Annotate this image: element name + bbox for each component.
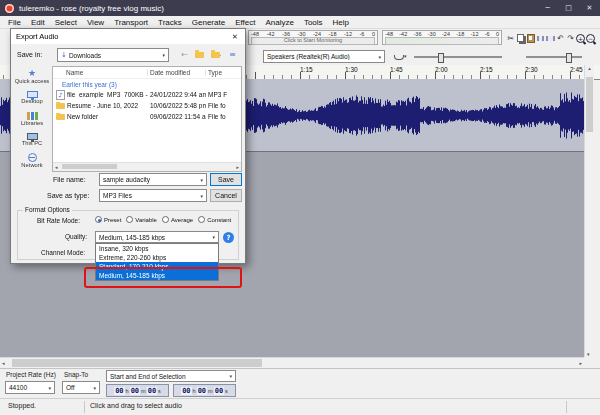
back-button[interactable]: ← [177, 48, 192, 61]
menu-item[interactable]: File [3, 18, 26, 27]
format-options-label: Format Options [23, 206, 72, 213]
column-date-modified[interactable]: Date modified [148, 69, 206, 76]
save-as-type-select[interactable]: MP3 Files▾ [99, 189, 207, 202]
mic-chevron-icon[interactable]: ▾ [404, 53, 407, 59]
menu-item[interactable]: Select [50, 18, 82, 27]
quality-option[interactable]: Standard, 170-210 kbps [96, 262, 218, 271]
radio-variable[interactable]: Variable [126, 216, 157, 223]
recording-meter[interactable]: -48-42-36-30-24-18-12-60 Click to Start … [248, 30, 378, 45]
redo-icon[interactable]: ↷ [566, 31, 575, 45]
bit-rate-mode-label: Bit Rate Mode: [37, 217, 80, 224]
channel-mode-label: Channel Mode: [41, 249, 85, 256]
place-network[interactable]: Network [14, 150, 50, 171]
view-menu-button[interactable]: ≡ [225, 48, 240, 61]
chevron-down-icon: ▾ [212, 234, 215, 240]
project-rate-select[interactable]: 44100▾ [5, 381, 55, 394]
radio-preset[interactable]: Preset [95, 216, 121, 223]
horizontal-scroll-thumb[interactable] [12, 359, 262, 367]
chevron-down-icon: ▾ [93, 385, 96, 391]
computer-icon [27, 133, 38, 140]
trim-audio-icon[interactable] [536, 31, 545, 45]
column-name[interactable]: Name [53, 69, 148, 76]
save-in-label: Save in: [17, 51, 42, 58]
snap-to-label: Snap-To [64, 371, 88, 378]
column-type[interactable]: Type [206, 69, 241, 76]
save-button[interactable]: Save [210, 173, 242, 186]
place-this-pc[interactable]: This PC [14, 129, 50, 150]
snap-to-select[interactable]: Off▾ [62, 381, 100, 394]
place-quick-access[interactable]: ★ Quick access [14, 66, 50, 87]
cut-icon[interactable]: ✂ [506, 31, 515, 45]
star-icon: ★ [28, 69, 36, 78]
close-button[interactable]: ✕ [579, 0, 600, 16]
menu-item[interactable]: View [82, 18, 109, 27]
place-libraries[interactable]: Libraries [14, 108, 50, 129]
save-in-select[interactable]: ↓ Downloads ▾ [57, 48, 169, 62]
folder-icon [56, 103, 65, 109]
menu-item[interactable]: Analyze [260, 18, 298, 27]
up-one-level-button[interactable]: ↑ [193, 48, 208, 61]
paste-icon[interactable] [526, 31, 535, 45]
menu-item[interactable]: Edit [26, 18, 50, 27]
quality-select[interactable]: Medium, 145-185 kbps ▾ [95, 231, 219, 243]
radio-average[interactable]: Average [162, 216, 193, 223]
quality-option[interactable]: Medium, 145-185 kbps [96, 271, 218, 280]
quality-option[interactable]: Insane, 320 kbps [96, 244, 218, 253]
playback-meter[interactable]: -48-42-36-30-24-18-12-60 [382, 30, 502, 45]
scroll-left-icon: ◂ [55, 164, 58, 170]
bit-rate-mode-options: Preset Variable Average Constant [95, 216, 231, 223]
quality-label: Quality: [65, 233, 87, 240]
menu-item[interactable]: Generate [187, 18, 230, 27]
file-row[interactable]: New folder 09/06/2022 11:54 am File fo [53, 111, 241, 122]
dialog-close-icon[interactable]: ✕ [225, 29, 245, 44]
selection-end-field[interactable]: 00h 00m 00s [173, 384, 236, 397]
timeline-label: 2:45 [570, 66, 583, 73]
vertical-scroll-thumb[interactable] [586, 77, 593, 132]
recording-volume-slider[interactable] [414, 56, 502, 58]
project-rate-label: Project Rate (Hz) [6, 371, 56, 378]
file-group-header[interactable]: Earlier this year (3) [53, 79, 241, 89]
file-list-scrollbar[interactable]: ◂ ▸ [53, 162, 241, 171]
new-folder-button[interactable]: + [209, 48, 224, 61]
radio-constant[interactable]: Constant [198, 216, 231, 223]
vertical-scrollbar[interactable]: ▴ ▾ [584, 65, 594, 357]
selection-mode-select[interactable]: Start and End of Selection ▾ [106, 370, 236, 382]
mp3-file-icon: ♪ [56, 90, 65, 100]
scroll-right-icon: ▸ [579, 360, 582, 366]
cancel-button[interactable]: Cancel [210, 189, 242, 202]
file-row[interactable]: Resume - June 10, 2022 10/06/2022 5:48 p… [53, 100, 241, 111]
undo-icon[interactable]: ↶ [556, 31, 565, 45]
window-title: tuleremko - rose (royalty free vlog musi… [19, 4, 164, 13]
place-desktop[interactable]: Desktop [14, 87, 50, 108]
file-name-input[interactable]: sample audacity▾ [99, 173, 207, 186]
timeline-label: 1:15 [300, 66, 313, 73]
menu-item[interactable]: Help [328, 18, 354, 27]
audacity-window: tuleremko - rose (royalty free vlog musi… [0, 0, 600, 415]
timeline-label: 1:30 [345, 66, 358, 73]
playback-device-select[interactable]: Speakers (Realtek(R) Audio) ▾ [263, 50, 385, 63]
menu-item[interactable]: Tools [299, 18, 328, 27]
zoom-in-icon[interactable]: + [576, 31, 585, 45]
copy-icon[interactable] [516, 31, 525, 45]
menu-item[interactable]: Tracks [153, 18, 187, 27]
chevron-down-icon: ▾ [378, 54, 381, 60]
minimize-button[interactable]: ─ [537, 0, 558, 16]
save-as-type-label: Save as type: [47, 192, 89, 199]
chevron-down-icon: ▾ [162, 52, 165, 58]
scroll-up-icon: ▴ [588, 65, 591, 71]
selection-start-field[interactable]: 00h 00m 00s [106, 384, 169, 397]
zoom-out-icon[interactable]: − [586, 31, 595, 45]
timeline-label: 1:45 [390, 66, 403, 73]
quality-option[interactable]: Extreme, 220-260 kbps [96, 253, 218, 262]
timeline-label: 2:15 [480, 66, 493, 73]
menu-item[interactable]: Effect [230, 18, 260, 27]
menu-item[interactable]: Transport [109, 18, 153, 27]
recording-meter-bar[interactable]: Click to Start Monitoring [251, 37, 375, 45]
silence-audio-icon[interactable] [546, 31, 555, 45]
file-row[interactable]: ♪ file_example_MP3_700KB - Copy 24/01/20… [53, 89, 241, 100]
maximize-button[interactable]: □ [558, 0, 579, 16]
horizontal-scrollbar[interactable]: ◂ ▸ [0, 357, 584, 368]
help-icon[interactable]: ? [223, 232, 234, 243]
chevron-down-icon: ▾ [200, 177, 203, 183]
playback-volume-slider[interactable] [526, 56, 582, 58]
